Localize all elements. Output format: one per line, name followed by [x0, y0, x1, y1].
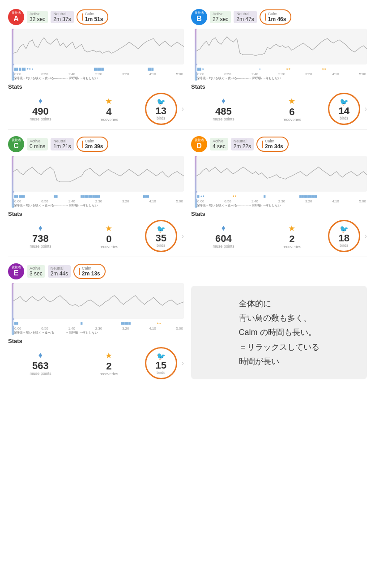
chevron-b[interactable]: ›: [365, 105, 367, 113]
chevron-c[interactable]: ›: [182, 232, 184, 240]
neutral-stat-a: Neutral 2m 37s: [51, 11, 73, 23]
svg-text:★★: ★★: [157, 322, 161, 325]
muse-points-d: ♦ 604 muse points: [191, 223, 256, 249]
markers-c: ▓▓ ▓▓▓ ▓▓ ▓▓▓▓▓▓▓▓▓▓ ▓▓▓: [13, 193, 184, 199]
chart-a: [13, 29, 184, 64]
calm-stat-a: Calm 1m 51s: [77, 9, 109, 25]
markers-e: ▓▓ ▓ ▓▓▓▓▓ ★★: [13, 320, 184, 326]
badge-d: 被験者 D: [191, 136, 207, 152]
muse-points-a: ♦ 490 muse points: [8, 96, 73, 121]
chevron-e[interactable]: ›: [182, 359, 184, 367]
recoveries-c: ★ 0 recoveries: [77, 223, 141, 249]
subject-panel-c: 被験者 C Active 0 mins Neutral 1m 21s Calm …: [4, 132, 188, 255]
svg-text:▓▓ ▓ ▓▓ ★★ ●: ▓▓ ▓ ▓▓ ★★ ●: [14, 68, 34, 71]
axis-d: 0:00 0:50 1:40 2:30 3:20 4:10 5:00: [196, 199, 367, 203]
subject-header-e: 被験者 E Active 3 sec Neutral 2m 44s Calm 2…: [8, 263, 184, 279]
timeline-e: 深呼吸→匂いを嗅ぐ→食べる-----------→深呼吸-→何もしない: [13, 330, 184, 335]
comment-box: 全体的に青い鳥の数も多く、Calm の時間も長い。＝リラックスしている時間が長い: [191, 286, 367, 379]
subject-panel-d: 被験者 D Active 4 sec Neutral 2m 22s Calm 2…: [188, 132, 371, 255]
chart-b: [196, 29, 367, 64]
svg-rect-4: [196, 29, 367, 64]
comment-panel: 全体的に青い鳥の数も多く、Calm の時間も長い。＝リラックスしている時間が長い: [188, 259, 371, 382]
stat-pills-a: Active 32 sec Neutral 2m 37s Calm 1m 51s: [27, 9, 108, 25]
svg-text:▓▓ ▓▓▓: ▓▓ ▓▓▓: [14, 195, 25, 198]
badge-c: 被験者 C: [8, 136, 24, 152]
axis-a: 0:00 0:50 1:40 2:30 3:20 4:10 5:00: [13, 72, 184, 76]
stats-c: Stats ♦ 738 muse points ★ 0 recoveries 🐦…: [8, 210, 184, 252]
subject-header-b: 被験者 B Active 27 sec Neutral 2m 47s Calm …: [191, 9, 367, 25]
subject-panel-e: 被験者 E Active 3 sec Neutral 2m 44s Calm 2…: [4, 259, 188, 382]
svg-text:▓▓▓▓▓: ▓▓▓▓▓: [94, 68, 104, 71]
svg-rect-9: [13, 156, 184, 192]
svg-text:▓▓▓: ▓▓▓: [143, 195, 149, 198]
svg-text:●: ●: [259, 68, 261, 70]
stat-pills-e: Active 3 sec Neutral 2m 44s Calm 2m 13s: [27, 264, 106, 279]
axis-e: 0:00 0:50 1:40 2:30 3:20 4:10 5:00: [13, 326, 184, 330]
recoveries-e: ★ 2 recoveries: [77, 351, 141, 376]
chevron-d[interactable]: ›: [365, 232, 367, 240]
stats-b: Stats ♦ 485 muse points ★ 6 recoveries 🐦…: [191, 83, 367, 125]
markers-a: ▓▓ ▓ ▓▓ ★★ ● ▓▓▓▓▓ ▓▓▓: [13, 65, 184, 72]
axis-b: 0:00 0:50 1:40 2:30 3:20 4:10 5:00: [196, 72, 367, 76]
chart-container-c: ▓▓ ▓▓▓ ▓▓ ▓▓▓▓▓▓▓▓▓▓ ▓▓▓ 0:00 0:50 1:40 …: [8, 156, 184, 208]
chart-container-d: ▓ ★★ ★★ ▓ ▓▓▓▓▓▓▓▓▓ 0:00 0:50 1:40 2:30 …: [191, 156, 367, 208]
svg-text:▓▓: ▓▓: [54, 195, 58, 198]
svg-text:▓▓ ★: ▓▓ ★: [197, 68, 204, 71]
birds-b: 🐦 14 birds: [328, 93, 360, 125]
subject-panel-a: 被験者 A Active 32 sec Neutral 2m 37s Calm …: [4, 4, 188, 128]
separator-2: [8, 257, 367, 257]
svg-text:▓▓▓▓▓: ▓▓▓▓▓: [121, 322, 131, 325]
stats-e: Stats ♦ 563 muse points ★ 2 recoveries 🐦…: [8, 338, 184, 379]
subject-header-c: 被験者 C Active 0 mins Neutral 1m 21s Calm …: [8, 136, 184, 152]
stat-pills-d: Active 4 sec Neutral 2m 22s Calm 2m 34s: [210, 137, 289, 152]
active-stat-c: Active 0 mins: [27, 138, 48, 150]
svg-text:▓: ▓: [264, 195, 266, 198]
badge-e: 被験者 E: [8, 263, 24, 279]
svg-text:▓▓▓▓▓▓▓▓▓: ▓▓▓▓▓▓▓▓▓: [299, 195, 317, 198]
stats-a: Stats ♦ 490 muse points ★ 4 recoveries 🐦…: [8, 83, 184, 125]
comment-text: 全体的に青い鳥の数も多く、Calm の時間も長い。＝リラックスしている時間が長い: [239, 296, 320, 369]
calm-stat-c: Calm 3m 39s: [77, 137, 109, 152]
chevron-a[interactable]: ›: [182, 105, 184, 113]
subject-header-d: 被験者 D Active 4 sec Neutral 2m 22s Calm 2…: [191, 136, 367, 152]
muse-points-b: ♦ 485 muse points: [191, 96, 256, 121]
svg-rect-0: [13, 29, 184, 64]
muse-points-e: ♦ 563 muse points: [8, 351, 73, 376]
svg-text:★★: ★★: [232, 195, 237, 197]
badge-b: 被験者 B: [191, 9, 207, 25]
chart-container-a: ▓▓ ▓ ▓▓ ★★ ● ▓▓▓▓▓ ▓▓▓ 0:00 0:50 1:40 2:…: [8, 29, 184, 81]
birds-e: 🐦 15 birds: [145, 347, 177, 379]
timeline-d: 深呼吸→匂いを嗅ぐ→食べる-----------→深呼吸-→何もしない: [196, 203, 367, 208]
svg-text:★★: ★★: [322, 68, 326, 70]
markers-b: ▓▓ ★ ● ★★ ★★: [196, 65, 367, 72]
stats-d: Stats ♦ 604 muse points ★ 2 recoveries 🐦…: [191, 210, 367, 252]
active-stat-d: Active 4 sec: [210, 138, 228, 150]
muse-points-c: ♦ 738 muse points: [8, 223, 73, 249]
active-stat-a: Active 32 sec: [27, 11, 48, 23]
stat-pills-b: Active 27 sec Neutral 2m 47s Calm 1m 46s: [210, 9, 291, 25]
badge-a: 被験者 A: [8, 9, 24, 25]
recoveries-a: ★ 4 recoveries: [77, 96, 141, 122]
timeline-b: 深呼吸→匂いを嗅ぐ→食べる-----------→深呼吸-→何もしない: [196, 76, 367, 81]
markers-d: ▓ ★★ ★★ ▓ ▓▓▓▓▓▓▓▓▓: [196, 193, 367, 199]
chart-c: [13, 156, 184, 192]
svg-text:▓▓▓▓▓▓▓▓▓▓: ▓▓▓▓▓▓▓▓▓▓: [81, 195, 100, 198]
timeline-a: 深呼吸→匂いを嗅ぐ→食べる-----------→深呼吸-→何もしない: [13, 76, 184, 81]
active-stat-b: Active 27 sec: [210, 11, 231, 23]
chart-d: [196, 156, 367, 192]
recoveries-d: ★ 2 recoveries: [260, 223, 324, 249]
chart-container-e: ▓▓ ▓ ▓▓▓▓▓ ★★ 0:00 0:50 1:40 2:30 3:20 4…: [8, 283, 184, 335]
main-page: 被験者 A Active 32 sec Neutral 2m 37s Calm …: [0, 0, 375, 386]
svg-text:▓: ▓: [81, 322, 83, 325]
chart-e: [13, 283, 184, 319]
active-stat-e: Active 3 sec: [27, 265, 45, 278]
neutral-stat-d: Neutral 2m 22s: [231, 138, 254, 150]
svg-text:▓▓: ▓▓: [14, 322, 18, 325]
birds-d: 🐦 18 birds: [328, 220, 360, 252]
svg-rect-14: [196, 156, 367, 192]
svg-text:▓▓▓: ▓▓▓: [148, 68, 154, 71]
axis-c: 0:00 0:50 1:40 2:30 3:20 4:10 5:00: [13, 199, 184, 203]
neutral-stat-b: Neutral 2m 47s: [234, 11, 256, 23]
neutral-stat-e: Neutral 2m 44s: [48, 265, 71, 278]
recoveries-b: ★ 6 recoveries: [260, 96, 324, 122]
